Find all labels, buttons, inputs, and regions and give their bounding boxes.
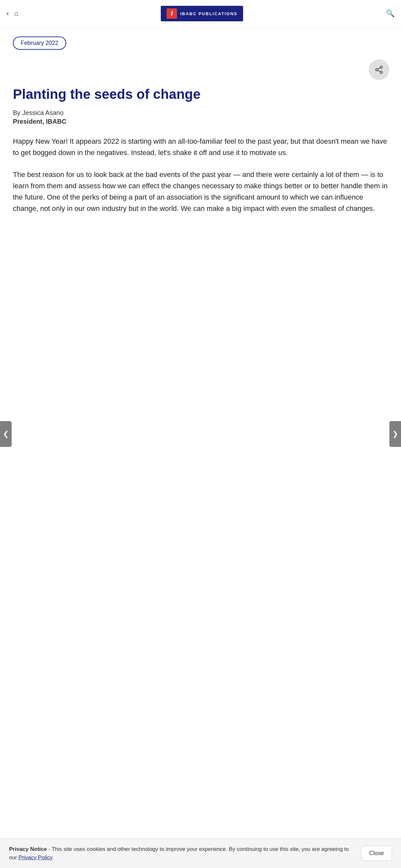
article-title: Planting the seeds of change	[13, 87, 388, 102]
article-paragraph-2: The best reason for us to look back at t…	[13, 169, 388, 214]
header: ‹ ⌂ I IBABC PUBLICATIONS 🔍	[0, 0, 401, 27]
article-author-role: President, IBABC	[13, 118, 388, 125]
article-paragraph-1: Happy New Year! It appears 2022 is start…	[13, 135, 388, 158]
share-button[interactable]	[369, 59, 390, 80]
article-body: Happy New Year! It appears 2022 is start…	[13, 135, 388, 214]
svg-line-4	[378, 68, 380, 69]
home-icon[interactable]: ⌂	[14, 9, 18, 18]
date-badge-container: February 2022	[0, 27, 401, 56]
article-author: By Jessica Asano	[13, 109, 388, 117]
header-logo[interactable]: I IBABC PUBLICATIONS	[161, 6, 243, 21]
logo-i-icon: I	[166, 8, 177, 19]
search-icon: 🔍	[386, 9, 395, 18]
svg-line-3	[378, 70, 380, 72]
logo-text: IBABC PUBLICATIONS	[180, 11, 237, 16]
article-content: Planting the seeds of change By Jessica …	[0, 80, 401, 237]
share-btn-container	[0, 59, 401, 80]
share-icon	[374, 65, 383, 74]
date-badge[interactable]: February 2022	[13, 36, 66, 50]
header-left: ‹ ⌂	[6, 9, 19, 18]
search-button[interactable]: 🔍	[386, 9, 395, 18]
back-icon[interactable]: ‹	[6, 9, 9, 18]
